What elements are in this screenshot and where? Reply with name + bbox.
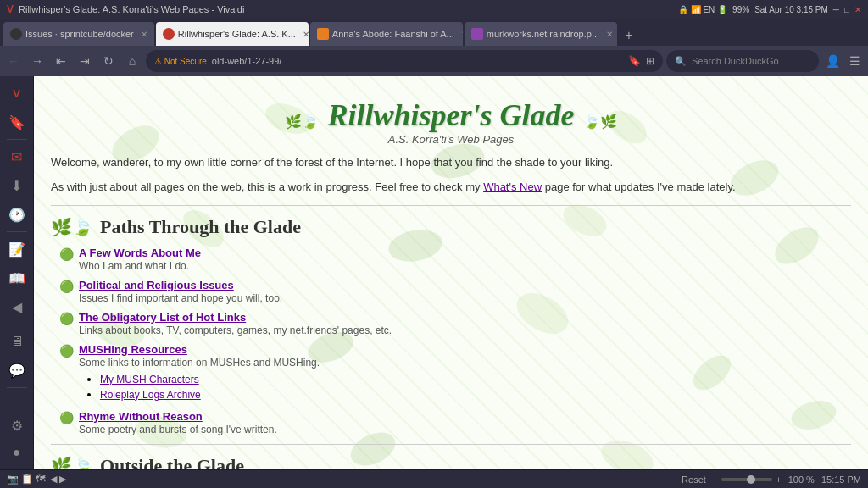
site-header: 🌿🍃 Rillwhisper's Glade A.S. Korra'ti's W…	[51, 85, 851, 154]
sidebar-history[interactable]: 🕐	[3, 201, 31, 228]
sidebar-bookmarks[interactable]: 🔖	[3, 108, 31, 136]
browser-body: V 🔖 ✉ ⬇ 🕐 📝 📖 ◀ 🖥 💬 ⚙ ●	[0, 76, 868, 469]
address-bar[interactable]: ⚠ Not Secure old-web/1-27-99/ 🔖 ⊞	[146, 50, 663, 72]
close-button[interactable]: ✕	[854, 5, 861, 14]
content-body: 🌿🍃 Rillwhisper's Glade A.S. Korra'ti's W…	[51, 85, 851, 469]
section2-icon: 🌿🍃	[51, 456, 93, 469]
address-text: old-web/1-27-99/	[212, 56, 282, 66]
add-tab-button[interactable]: +	[619, 25, 639, 46]
page-bg: 🌿🍃 Rillwhisper's Glade A.S. Korra'ti's W…	[34, 76, 868, 469]
divider-2	[51, 444, 851, 445]
fast-forward-button[interactable]: ⇥	[75, 51, 95, 71]
sidebar-status[interactable]: ●	[3, 439, 31, 466]
system-icons: 🔒 📶 EN 🔋	[678, 5, 727, 14]
sidebar-notes[interactable]: 📝	[3, 236, 31, 263]
statusbar-nav-icons[interactable]: ◀ ▶	[50, 474, 66, 485]
sub-item-roleplay-logs: Roleplay Logs Archive	[100, 388, 320, 401]
search-placeholder: Search DuckDuckGo	[692, 56, 779, 66]
intro-text-1: Welcome, wanderer, to my own little corn…	[51, 154, 851, 172]
header-leaf-left: 🌿🍃	[285, 114, 319, 130]
search-icon: 🔍	[675, 56, 687, 67]
zoom-slider[interactable]	[721, 478, 772, 481]
mush-sub-list: My MUSH Characters Roleplay Logs Archive	[79, 373, 320, 401]
browser: Issues · sprintcube/docker ✕ Rillwhisper…	[0, 19, 868, 488]
nav-item-rhyme: 🟢 Rhyme Without Reason Some poetry and b…	[51, 410, 851, 435]
nav-list: 🟢 A Few Words About Me Who I am and what…	[51, 247, 851, 435]
tab-anna-close[interactable]: ✕	[461, 30, 463, 39]
bookmark-icon[interactable]: 🔖	[628, 55, 641, 67]
sidebar-settings[interactable]: ⚙	[3, 412, 31, 439]
back-button[interactable]: ←	[3, 51, 24, 71]
maximize-button[interactable]: □	[844, 5, 849, 14]
tab-rillwhisper[interactable]: Rillwhisper's Glade: A.S. K... ✕	[156, 22, 309, 46]
nav-item-political: 🟢 Political and Religious Issues Issues …	[51, 279, 851, 304]
desc-rhyme: Some poetry and bursts of song I've writ…	[79, 424, 277, 435]
tab-anna[interactable]: Anna's Abode: Faanshi of A... ✕	[310, 22, 463, 46]
dot-hotlinks: 🟢	[59, 312, 74, 325]
zoom-control[interactable]: − +	[713, 474, 782, 485]
section1-icon: 🌿🍃	[51, 217, 93, 237]
link-about[interactable]: A Few Words About Me	[79, 247, 201, 259]
titlebar: V Rillwhisper's Glade: A.S. Korra'ti's W…	[0, 0, 868, 19]
link-hotlinks[interactable]: The Obligatory List of Hot Links	[79, 311, 246, 324]
nav-right: 👤 ☰	[822, 51, 865, 71]
header-decoration: 🌿🍃 Rillwhisper's Glade A.S. Korra'ti's W…	[51, 97, 851, 146]
not-secure-indicator: ⚠ Not Secure	[154, 57, 207, 66]
github-favicon	[10, 28, 22, 40]
nav-item-about: 🟢 A Few Words About Me Who I am and what…	[51, 247, 851, 272]
link-roleplay-logs[interactable]: Roleplay Logs Archive	[100, 389, 201, 401]
sidebar-sep-2	[7, 231, 27, 232]
whats-new-link[interactable]: What's New	[483, 180, 542, 193]
zoom-minus[interactable]: −	[713, 474, 718, 485]
link-rhyme[interactable]: Rhyme Without Reason	[79, 410, 203, 423]
sidebar-reader[interactable]: 📖	[3, 264, 31, 291]
home-button[interactable]: ⌂	[122, 51, 142, 71]
nav-content-hotlinks: The Obligatory List of Hot Links Links a…	[79, 311, 392, 336]
reset-label[interactable]: Reset	[682, 474, 706, 485]
zoom-thumb	[747, 475, 755, 484]
search-bar[interactable]: 🔍 Search DuckDuckGo	[666, 50, 819, 72]
forward-button[interactable]: →	[27, 51, 47, 71]
sidebar-mail[interactable]: ✉	[3, 143, 31, 170]
sidebar-vivaldi[interactable]: V	[3, 80, 31, 107]
tab-rillwhisper-close[interactable]: ✕	[303, 30, 309, 39]
statusbar-icons[interactable]: 📷 📋 🗺	[7, 474, 45, 485]
sidebar-download[interactable]: ⬇	[3, 172, 31, 199]
tabbar: Issues · sprintcube/docker ✕ Rillwhisper…	[0, 19, 868, 46]
tab-murkworks-close[interactable]: ✕	[606, 30, 613, 39]
nav-content-mush: MUSHing Resources Some links to informat…	[79, 343, 320, 403]
fast-back-button[interactable]: ⇤	[51, 51, 71, 71]
sidebar: V 🔖 ✉ ⬇ 🕐 📝 📖 ◀ 🖥 💬 ⚙ ●	[0, 76, 34, 469]
sidebar-discord[interactable]: 💬	[3, 357, 31, 384]
dot-mush: 🟢	[59, 344, 74, 358]
sidebar-sep-1	[7, 139, 27, 140]
statusbar-right: Reset − + 100 % 15:15 PM	[682, 474, 861, 485]
sidebar-pc[interactable]: 🖥	[3, 328, 31, 355]
main-content: 🌿🍃 Rillwhisper's Glade A.S. Korra'ti's W…	[34, 76, 868, 469]
menu-icon[interactable]: ☰	[844, 51, 865, 71]
minimize-button[interactable]: ─	[833, 5, 839, 14]
reload-button[interactable]: ↻	[98, 51, 119, 71]
tab-anna-label: Anna's Abode: Faanshi of A...	[332, 29, 454, 39]
dot-political: 🟢	[59, 280, 74, 293]
section1-title: Paths Through the Glade	[100, 216, 301, 238]
sidebar-collapse[interactable]: ◀	[3, 293, 31, 320]
user-icon[interactable]: 👤	[822, 51, 843, 71]
section1-header: 🌿🍃 Paths Through the Glade	[51, 216, 851, 238]
link-mush-chars[interactable]: My MUSH Characters	[100, 374, 199, 385]
tab-murkworks[interactable]: murkworks.net raindrop.p... ✕	[465, 22, 617, 46]
tab-issues-close[interactable]: ✕	[141, 30, 147, 39]
statusbar-time: 15:15 PM	[821, 474, 861, 485]
link-mush[interactable]: MUSHing Resources	[79, 343, 187, 356]
statusbar: 📷 📋 🗺 ◀ ▶ Reset − + 100 % 15:15 PM	[0, 469, 868, 488]
nav-item-mush: 🟢 MUSHing Resources Some links to inform…	[51, 343, 851, 403]
sidebar-sep-3	[7, 324, 27, 324]
battery-pct: 99%	[732, 5, 749, 14]
anna-favicon	[317, 28, 329, 40]
tab-issues[interactable]: Issues · sprintcube/docker ✕	[3, 22, 154, 46]
nav-content-political: Political and Religious Issues Issues I …	[79, 279, 282, 304]
sub-item-mush-chars: My MUSH Characters	[100, 373, 320, 385]
link-political[interactable]: Political and Religious Issues	[79, 279, 234, 291]
section2-title: Outside the Glade	[100, 455, 244, 469]
zoom-plus[interactable]: +	[776, 474, 781, 485]
